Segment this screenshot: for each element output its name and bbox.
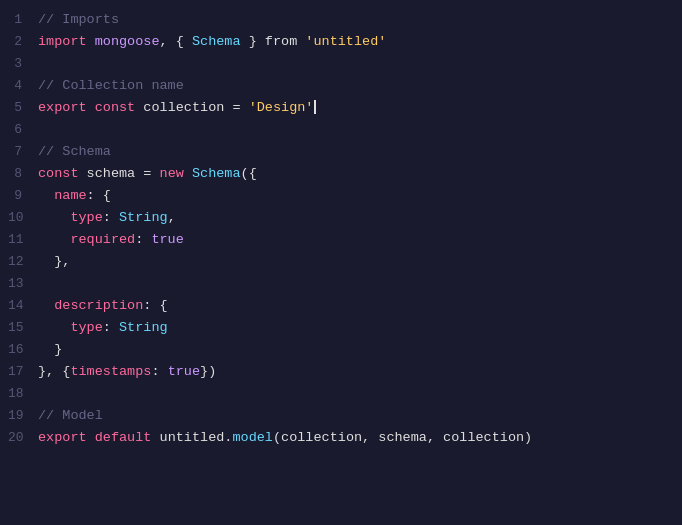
token: import — [38, 34, 95, 49]
token: Schema — [192, 34, 241, 49]
line-number: 20 — [8, 430, 38, 445]
token: export default — [38, 430, 160, 445]
line-content — [38, 386, 46, 401]
token: = — [135, 166, 159, 181]
token: String — [119, 320, 168, 335]
token: timestamps — [70, 364, 151, 379]
token: } — [38, 342, 62, 357]
code-line: 17}, {timestamps: true}) — [0, 364, 682, 386]
code-line: 6 — [0, 122, 682, 144]
line-content: name: { — [38, 188, 111, 203]
line-number: 8 — [8, 166, 38, 181]
code-line: 1// Imports — [0, 12, 682, 34]
line-content: }, — [38, 254, 70, 269]
line-number: 12 — [8, 254, 38, 269]
token: : — [135, 232, 151, 247]
line-number: 18 — [8, 386, 38, 401]
token: // Imports — [38, 12, 119, 27]
line-content: type: String — [38, 320, 168, 335]
code-editor: 1// Imports2import mongoose, { Schema } … — [0, 0, 682, 525]
token: } from — [241, 34, 306, 49]
line-number: 14 — [8, 298, 38, 313]
code-line: 11 required: true — [0, 232, 682, 254]
token: 'Design' — [249, 100, 314, 115]
token: ({ — [241, 166, 257, 181]
token: mongoose — [95, 34, 160, 49]
token: }, { — [38, 364, 70, 379]
token: const — [38, 166, 87, 181]
line-number: 3 — [8, 56, 38, 71]
line-number: 16 — [8, 342, 38, 357]
token: schema — [87, 166, 136, 181]
token: untitled. — [160, 430, 233, 445]
line-content — [38, 122, 46, 137]
line-content: const schema = new Schema({ — [38, 166, 257, 181]
line-number: 19 — [8, 408, 38, 423]
line-number: 9 — [8, 188, 38, 203]
token: : { — [87, 188, 111, 203]
token: }, — [38, 254, 70, 269]
code-line: 20export default untitled.model(collecti… — [0, 430, 682, 452]
line-content — [38, 276, 46, 291]
token: type — [38, 320, 103, 335]
code-line: 18 — [0, 386, 682, 408]
line-number: 7 — [8, 144, 38, 159]
token: model — [232, 430, 273, 445]
code-line: 13 — [0, 276, 682, 298]
line-content: description: { — [38, 298, 168, 313]
token: // Model — [38, 408, 103, 423]
line-number: 5 — [8, 100, 38, 115]
line-content: // Schema — [38, 144, 111, 159]
line-content: // Model — [38, 408, 103, 423]
token: name — [38, 188, 87, 203]
line-content: }, {timestamps: true}) — [38, 364, 216, 379]
token: export — [38, 100, 95, 115]
token: // Collection name — [38, 78, 184, 93]
token: const — [95, 100, 144, 115]
token: : — [103, 320, 119, 335]
token: (collection, schema, collection) — [273, 430, 532, 445]
line-number: 10 — [8, 210, 38, 225]
token: required — [38, 232, 135, 247]
code-line: 2import mongoose, { Schema } from 'untit… — [0, 34, 682, 56]
line-content: type: String, — [38, 210, 176, 225]
token: // Schema — [38, 144, 111, 159]
token: type — [38, 210, 103, 225]
code-line: 8const schema = new Schema({ — [0, 166, 682, 188]
token: true — [151, 232, 183, 247]
token: true — [168, 364, 200, 379]
line-number: 1 — [8, 12, 38, 27]
token: , { — [160, 34, 192, 49]
line-content: // Imports — [38, 12, 119, 27]
line-number: 2 — [8, 34, 38, 49]
code-line: 19// Model — [0, 408, 682, 430]
code-line: 3 — [0, 56, 682, 78]
line-content: // Collection name — [38, 78, 184, 93]
code-line: 5export const collection = 'Design' — [0, 100, 682, 122]
line-content: required: true — [38, 232, 184, 247]
line-number: 6 — [8, 122, 38, 137]
token: = — [224, 100, 248, 115]
code-line: 14 description: { — [0, 298, 682, 320]
token: String — [119, 210, 168, 225]
token: , — [168, 210, 176, 225]
token: }) — [200, 364, 216, 379]
token: : — [103, 210, 119, 225]
line-number: 4 — [8, 78, 38, 93]
token: : — [151, 364, 167, 379]
code-line: 10 type: String, — [0, 210, 682, 232]
line-content: } — [38, 342, 62, 357]
line-number: 13 — [8, 276, 38, 291]
token: 'untitled' — [305, 34, 386, 49]
line-content: export default untitled.model(collection… — [38, 430, 532, 445]
line-content: export const collection = 'Design' — [38, 100, 316, 115]
code-line: 7// Schema — [0, 144, 682, 166]
line-content: import mongoose, { Schema } from 'untitl… — [38, 34, 386, 49]
line-number: 11 — [8, 232, 38, 247]
text-cursor — [314, 100, 316, 114]
token: : { — [143, 298, 167, 313]
line-number: 15 — [8, 320, 38, 335]
line-content — [38, 56, 46, 71]
line-number: 17 — [8, 364, 38, 379]
token: description — [38, 298, 143, 313]
